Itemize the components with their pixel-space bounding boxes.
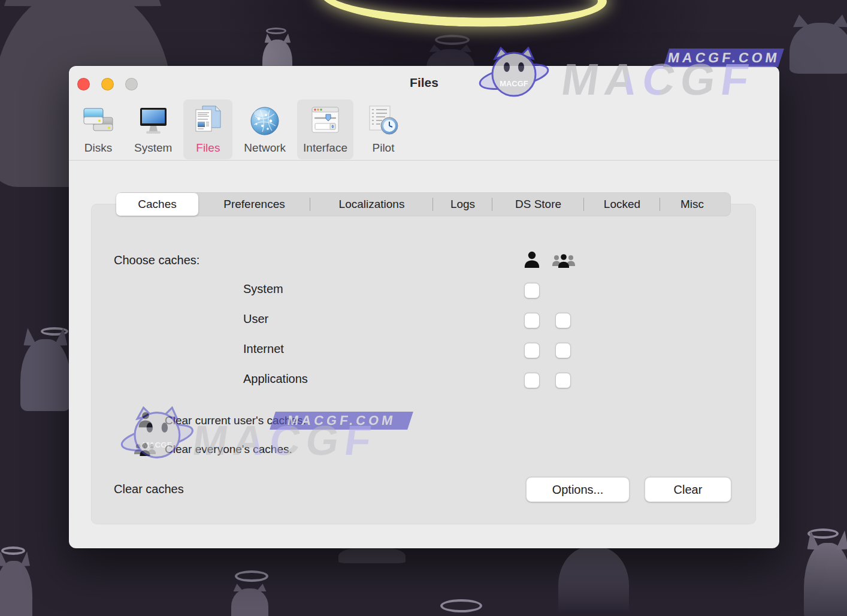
person-icon [524, 250, 540, 271]
checkbox-applications-everyone[interactable] [555, 373, 571, 388]
legend-current-user: Clear current user's caches. [165, 414, 306, 427]
system-icon [135, 102, 172, 140]
tab-strip: Caches Preferences Localizations Logs DS… [116, 192, 731, 216]
files-icon [189, 102, 226, 140]
tab-label: DS Store [515, 198, 561, 211]
clear-button[interactable]: Clear [645, 477, 731, 502]
ghost-halo [235, 570, 268, 582]
devil-ghost [558, 546, 629, 614]
choose-caches-label: Choose caches: [114, 253, 199, 267]
tab-label: Locked [604, 198, 640, 211]
tab-ds-store[interactable]: DS Store [492, 192, 584, 216]
devil-ghost [0, 561, 32, 616]
toolbar-item-system[interactable]: System [128, 99, 178, 159]
caches-pane: Choose caches: [91, 204, 756, 524]
window-titlebar[interactable]: Files [69, 66, 779, 99]
window-title: Files [69, 76, 779, 90]
tab-locked[interactable]: Locked [584, 192, 660, 216]
tab-caches[interactable]: Caches [116, 193, 198, 216]
toolbar-item-pilot[interactable]: Pilot [359, 99, 408, 159]
disks-icon [80, 102, 117, 140]
cache-row-applications-label: Applications [243, 372, 308, 386]
toolbar: Disks System [74, 99, 408, 159]
checkbox-user-user[interactable] [524, 313, 540, 328]
checkbox-internet-everyone[interactable] [555, 343, 571, 358]
devil-ghost [231, 588, 268, 616]
clear-caches-label: Clear caches [114, 482, 184, 496]
tab-label: Caches [138, 198, 176, 211]
app-window: Files [69, 66, 779, 548]
cache-row-user-label: User [243, 312, 268, 326]
devil-ghost [789, 23, 847, 74]
toolbar-label-files: Files [196, 141, 220, 155]
tab-label: Logs [450, 198, 475, 211]
group-icon [134, 442, 156, 459]
desktop-background: Files [0, 0, 847, 616]
checkbox-internet-user[interactable] [524, 343, 540, 358]
network-icon [246, 102, 283, 140]
ghost-halo [1, 546, 25, 555]
ghost-halo [440, 599, 482, 612]
interface-icon [307, 102, 344, 140]
toolbar-label-network: Network [244, 141, 286, 155]
devil-ghost [804, 543, 847, 616]
devil-ghost [338, 546, 406, 563]
group-icon [552, 253, 575, 271]
checkbox-applications-user[interactable] [524, 373, 540, 388]
tab-label: Preferences [223, 198, 285, 211]
tab-preferences[interactable]: Preferences [198, 192, 310, 216]
person-icon [138, 411, 153, 430]
toolbar-divider [69, 160, 779, 161]
checkbox-user-everyone[interactable] [555, 313, 571, 328]
pilot-icon [365, 102, 402, 140]
toolbar-label-pilot: Pilot [373, 141, 395, 155]
toolbar-item-disks[interactable]: Disks [74, 99, 123, 159]
options-button[interactable]: Options... [526, 477, 630, 502]
toolbar-label-system: System [134, 141, 172, 155]
tab-misc[interactable]: Misc [660, 192, 724, 216]
checkbox-system-user[interactable] [524, 283, 540, 298]
tab-localizations[interactable]: Localizations [310, 192, 433, 216]
toolbar-item-files[interactable]: Files [183, 99, 232, 159]
tab-logs[interactable]: Logs [433, 192, 492, 216]
toolbar-label-disks: Disks [84, 141, 112, 155]
cache-row-internet-label: Internet [243, 342, 284, 356]
toolbar-item-network[interactable]: Network [238, 99, 292, 159]
cache-row-system-label: System [243, 282, 283, 296]
toolbar-label-interface: Interface [303, 141, 347, 155]
tab-label: Misc [680, 198, 704, 211]
devil-ghost [20, 339, 71, 411]
toolbar-item-interface[interactable]: Interface [297, 99, 353, 159]
tab-label: Localizations [339, 198, 405, 211]
legend-everyone: Clear everyone's caches. [165, 443, 292, 456]
